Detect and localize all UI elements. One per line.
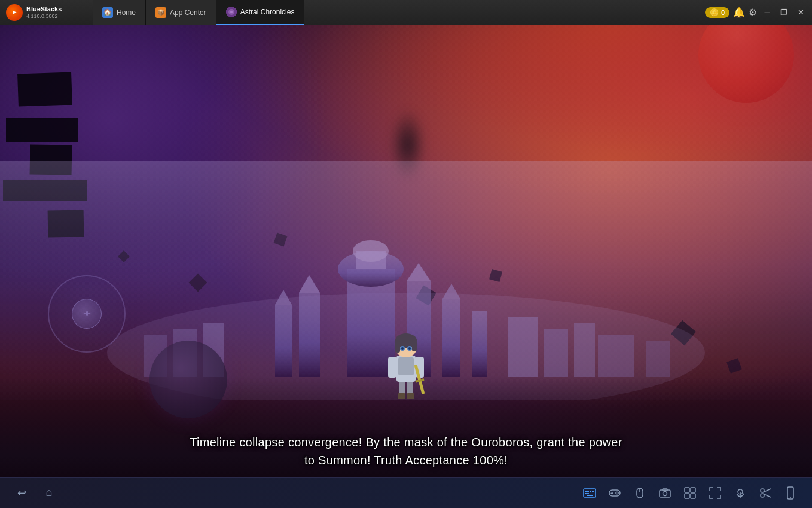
svg-point-56 (618, 492, 619, 494)
bs-logo-icon: ▶ (6, 4, 23, 21)
character-svg (382, 323, 430, 400)
tab-game[interactable]: Astral Chronicles (216, 0, 305, 25)
bs-app-name: BlueStacks (26, 5, 62, 13)
back-button[interactable]: ↩ (12, 483, 31, 503)
svg-rect-67 (691, 494, 695, 498)
camera-button[interactable] (655, 483, 674, 503)
bottom-toolbar-left: ↩ ⌂ (12, 483, 59, 503)
svg-point-57 (616, 493, 618, 494)
window-restore-button[interactable]: ❐ (777, 6, 790, 19)
notification-bell-icon[interactable]: 🔔 (733, 7, 745, 18)
svg-line-72 (764, 494, 771, 497)
home-tab-label: Home (117, 8, 136, 17)
glitch-block-2 (6, 118, 78, 142)
phone-button[interactable] (781, 483, 800, 503)
dialogue-text: Timeline collapse convergence! By the ma… (185, 433, 627, 469)
svg-rect-29 (407, 393, 414, 399)
joystick-control[interactable]: ✦ (48, 275, 126, 353)
window-controls-area: 🪙 0 🔔 ⚙ ─ ❐ ✕ (705, 6, 812, 19)
svg-point-58 (615, 492, 616, 494)
svg-rect-64 (685, 488, 689, 492)
points-value: 0 (721, 9, 725, 16)
tab-appcenter[interactable]: 📦 App Center (146, 0, 216, 25)
svg-rect-66 (685, 494, 689, 498)
svg-rect-65 (691, 488, 695, 492)
svg-rect-51 (587, 495, 593, 496)
svg-point-41 (408, 347, 411, 350)
svg-rect-49 (585, 493, 587, 494)
game-tab-icon (226, 7, 237, 17)
window-minimize-button[interactable]: ─ (761, 6, 774, 19)
dialogue-box: Timeline collapse convergence! By the ma… (173, 427, 639, 475)
screenshot-button[interactable] (680, 483, 700, 503)
svg-rect-46 (587, 491, 589, 492)
bs-logo-text-block: BlueStacks 4.110.0.3002 (26, 5, 62, 19)
svg-point-74 (790, 497, 791, 498)
svg-rect-45 (585, 491, 587, 492)
bottom-toolbar-right (580, 483, 800, 503)
svg-rect-36 (395, 341, 400, 353)
bs-version: 4.110.0.3002 (26, 13, 62, 19)
svg-rect-54 (611, 492, 613, 494)
appcenter-tab-label: App Center (170, 8, 206, 17)
svg-point-40 (401, 347, 404, 350)
svg-point-70 (761, 494, 764, 497)
glitch-block-1 (17, 72, 72, 106)
svg-rect-50 (587, 493, 589, 494)
expand-button[interactable] (706, 483, 725, 503)
window-close-button[interactable]: ✕ (794, 6, 807, 19)
tab-home[interactable]: 🏠 Home (93, 0, 146, 25)
svg-rect-48 (592, 491, 594, 492)
svg-point-2 (230, 11, 233, 13)
svg-rect-37 (412, 341, 417, 351)
location-button[interactable] (731, 483, 750, 503)
home-tab-icon: 🏠 (102, 7, 113, 18)
svg-point-55 (616, 491, 618, 492)
tabs-bar: 🏠 Home 📦 App Center Astral Chronicles (93, 0, 705, 25)
svg-rect-28 (398, 393, 405, 399)
scissors-button[interactable] (756, 483, 775, 503)
svg-rect-31 (398, 357, 414, 375)
planet-moon (149, 341, 227, 418)
keyboard-button[interactable] (580, 483, 599, 503)
game-viewport[interactable]: ✦ (0, 25, 812, 508)
appcenter-tab-icon: 📦 (155, 7, 166, 18)
svg-point-69 (761, 489, 764, 492)
points-badge[interactable]: 🪙 0 (705, 7, 729, 18)
game-tab-label: Astral Chronicles (240, 8, 295, 16)
joystick-star-icon: ✦ (83, 307, 91, 320)
mouse-button[interactable] (630, 483, 649, 503)
points-icon: 🪙 (710, 8, 719, 17)
gamepad-button[interactable] (605, 483, 624, 503)
home-button[interactable]: ⌂ (39, 483, 59, 503)
svg-rect-32 (388, 357, 396, 378)
titlebar: ▶ BlueStacks 4.110.0.3002 🏠 Home 📦 App C… (0, 0, 812, 25)
svg-line-71 (764, 489, 771, 492)
svg-point-62 (663, 491, 667, 495)
svg-rect-47 (590, 491, 591, 492)
joystick-inner-ring: ✦ (72, 299, 102, 329)
bluestacks-logo: ▶ BlueStacks 4.110.0.3002 (0, 4, 93, 21)
bottom-toolbar: ↩ ⌂ (0, 477, 812, 508)
player-character (382, 323, 430, 400)
settings-gear-icon[interactable]: ⚙ (749, 7, 757, 18)
